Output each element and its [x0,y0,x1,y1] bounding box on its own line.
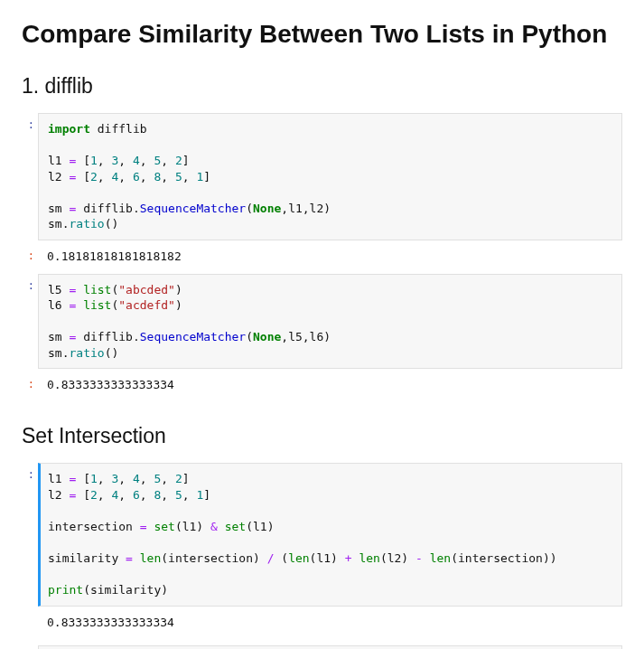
text: ( [274,551,288,565]
input-prompt: : [22,113,38,240]
text: (l1) [175,520,210,533]
text: , [161,170,175,183]
num: 5 [175,170,182,183]
builtin-len: len [359,551,379,565]
text: l2 [48,488,69,502]
text: , [140,472,154,485]
text: (l1) [246,520,274,533]
text: l2 [48,170,69,183]
text: ) [175,298,182,312]
output-prompt-empty [22,610,38,636]
text [218,520,225,533]
code-cell-1[interactable]: : import difflib l1 = [1, 3, 4, 5, 2] l2… [22,113,622,240]
text: sm. [48,217,69,230]
text: , [140,154,154,167]
text: (l1) [310,551,345,565]
text [76,283,83,296]
keyword-none: None [253,202,281,215]
text: difflib. [76,330,139,343]
operator-plus: + [345,551,352,565]
text: , [161,472,175,485]
text [133,551,140,565]
text: , [118,472,133,485]
text: sm [48,202,69,215]
output-text-2: 0.8333333333333334 [38,372,622,399]
operator-eq: = [126,551,133,565]
text: (intersection) [161,551,266,565]
output-text-3: 0.8333333333333334 [38,610,622,636]
num: 4 [133,472,140,485]
method-name: ratio [69,217,104,230]
text: intersection [48,520,140,533]
text: l6 [48,298,69,312]
builtin-len: len [140,551,161,565]
text: ) [175,283,182,296]
operator-amp: & [210,520,218,533]
code-cell-2[interactable]: : l5 = list("abcded") l6 = list("acdefd"… [22,274,622,370]
text: l1 [48,472,69,485]
builtin-len: len [288,551,309,565]
text: , [118,154,133,167]
text: () [105,217,119,230]
num: 2 [90,170,98,183]
text: , [140,170,154,183]
code-block-3[interactable]: l1 = [1, 3, 4, 5, 2] l2 = [2, 4, 6, 8, 5… [38,463,622,606]
text: , [98,170,112,183]
builtin-list: list [83,298,111,312]
text: (intersection)) [451,551,556,565]
text: sm [48,330,69,343]
keyword-import: import [48,122,90,136]
operator-minus: - [415,551,423,565]
text: [ [76,170,90,183]
text: ( [246,202,253,215]
code-cell-partial[interactable] [38,645,622,649]
output-cell-3: 0.8333333333333334 [22,610,622,636]
text: [ [76,472,90,485]
text: ] [182,472,190,485]
builtin-list: list [83,283,111,296]
output-cell-2: : 0.8333333333333334 [22,372,622,399]
builtin-set: set [154,520,174,533]
output-cell-1: : 0.18181818181818182 [22,244,622,270]
text: , [161,488,175,502]
num: 5 [175,488,182,502]
text: difflib. [76,202,139,215]
section-set-intersection-heading: Set Intersection [22,424,622,448]
text: , [182,170,197,183]
text [423,551,430,565]
text: , [118,488,133,502]
text: ] [203,488,210,502]
text: , [140,488,154,502]
num: 1 [90,154,98,167]
text: (similarity) [83,583,168,597]
text: ] [182,154,190,167]
input-prompt: : [22,463,38,606]
code-block-2[interactable]: l5 = list("abcded") l6 = list("acdefd") … [38,274,622,370]
output-prompt: : [22,244,38,270]
operator-eq: = [140,520,147,533]
code-block-1[interactable]: import difflib l1 = [1, 3, 4, 5, 2] l2 =… [38,113,622,240]
code-cell-3[interactable]: : l1 = [1, 3, 4, 5, 2] l2 = [2, 4, 6, 8,… [22,463,622,606]
text: , [98,472,112,485]
builtin-print: print [48,583,83,597]
text: l5 [48,283,69,296]
text: [ [76,154,90,167]
text: , [182,488,197,502]
text: sm. [48,346,69,360]
num: 4 [133,154,140,167]
text: ,l5,l6) [281,330,331,343]
builtin-set: set [225,520,246,533]
input-prompt: : [22,274,38,370]
text: ] [203,170,210,183]
text: () [105,346,119,360]
text [76,298,83,312]
keyword-none: None [253,330,281,343]
num: 1 [90,472,98,485]
page-title: Compare Similarity Between Two Lists in … [22,20,622,49]
method-name: ratio [69,346,104,360]
builtin-len: len [430,551,451,565]
text: (l2) [380,551,415,565]
output-prompt: : [22,372,38,399]
class-name: SequenceMatcher [140,202,246,215]
text: similarity [48,551,126,565]
